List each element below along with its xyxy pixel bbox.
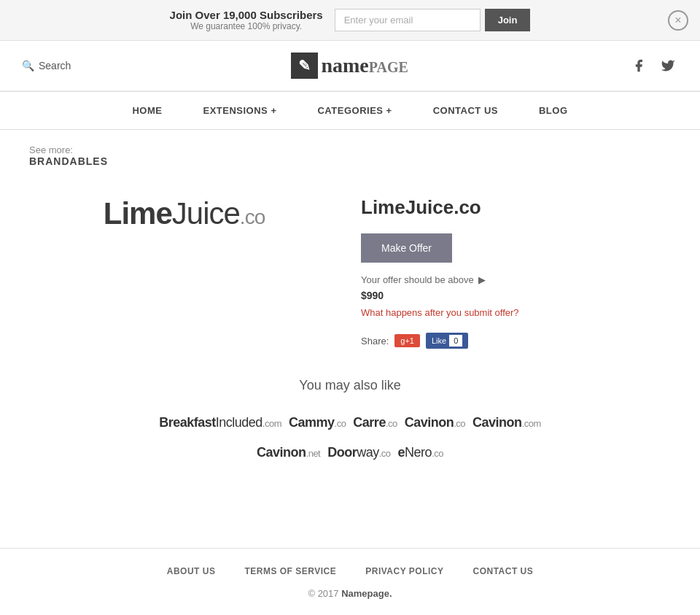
category-link[interactable]: BRANDABLES xyxy=(29,155,671,167)
twitter-icon[interactable] xyxy=(658,55,678,76)
nav-link-home[interactable]: HOME xyxy=(112,92,182,129)
also-like-heading: You may also like xyxy=(29,378,671,393)
footer-brand-link[interactable]: Namepage. xyxy=(341,588,392,599)
nav-item-categories[interactable]: CATEGORIES + xyxy=(297,92,412,129)
banner-subtext: We guarantee 100% privacy. xyxy=(170,21,323,31)
fb-like-label: Like xyxy=(432,336,446,345)
footer-link-terms[interactable]: TERMS OF SERVICE xyxy=(244,566,336,576)
nav-link-extensions[interactable]: EXTENSIONS + xyxy=(182,92,297,129)
footer-link-contact[interactable]: CONTACT US xyxy=(472,566,533,576)
domain-name-lime: Lime xyxy=(104,196,172,231)
logo-container: ✎ namePAGE xyxy=(291,53,408,79)
footer: ABOUT US TERMS OF SERVICE PRIVACY POLICY… xyxy=(0,548,700,615)
domain-item-name: Cavinon.com xyxy=(472,415,541,430)
main-nav: HOME EXTENSIONS + CATEGORIES + CONTACT U… xyxy=(0,91,700,130)
join-button[interactable]: Join xyxy=(485,9,531,31)
list-item[interactable]: eNero.co xyxy=(398,445,443,460)
nav-item-contact[interactable]: CONTACT US xyxy=(413,92,518,129)
logo-icon: ✎ xyxy=(291,53,318,79)
gplus-button[interactable]: g+1 xyxy=(394,334,420,347)
domain-grid-row2: Cavinon.net Doorway.co eNero.co xyxy=(29,445,671,460)
arrow-icon: ▶ xyxy=(478,274,486,285)
domain-preview: LimeJuice.co xyxy=(29,196,339,231)
list-item[interactable]: Cavinon.co xyxy=(405,415,465,430)
banner-text: Join Over 19,000 Subscribers We guarante… xyxy=(170,9,323,31)
list-item[interactable]: Cammy.co xyxy=(289,415,346,430)
domain-item-name: Cammy.co xyxy=(289,415,346,430)
facebook-icon[interactable] xyxy=(629,55,649,76)
domain-detail: LimeJuice.co Make Offer Your offer shoul… xyxy=(339,196,671,349)
domain-grid-row1: BreakfastIncluded.com Cammy.co Carre.co … xyxy=(29,415,671,430)
nav-link-categories[interactable]: CATEGORIES + xyxy=(297,92,412,129)
nav-link-blog[interactable]: BLOG xyxy=(518,92,588,129)
offer-price: $990 xyxy=(361,290,671,301)
nav-list: HOME EXTENSIONS + CATEGORIES + CONTACT U… xyxy=(0,92,700,129)
nav-link-contact[interactable]: CONTACT US xyxy=(413,92,518,129)
content-area: LimeJuice.co LimeJuice.co Make Offer You… xyxy=(29,196,671,349)
top-banner: Join Over 19,000 Subscribers We guarante… xyxy=(0,0,700,41)
also-like-section: You may also like BreakfastIncluded.com … xyxy=(29,349,671,490)
facebook-like-button[interactable]: Like 0 xyxy=(426,333,468,349)
search-trigger[interactable]: 🔍 Search xyxy=(22,60,71,71)
make-offer-button[interactable]: Make Offer xyxy=(361,233,452,263)
offer-link[interactable]: What happens after you submit offer? xyxy=(361,307,671,318)
email-form: Join xyxy=(335,9,531,31)
list-item[interactable]: Carre.co xyxy=(353,415,397,430)
domain-item-name: BreakfastIncluded.com xyxy=(159,415,281,430)
nav-item-extensions[interactable]: EXTENSIONS + xyxy=(182,92,297,129)
banner-headline: Join Over 19,000 Subscribers xyxy=(170,9,323,21)
search-icon: 🔍 xyxy=(22,60,34,71)
social-links xyxy=(629,55,678,76)
footer-link-about[interactable]: ABOUT US xyxy=(167,566,216,576)
like-count: 0 xyxy=(449,335,462,347)
domain-name-juice: Juice xyxy=(172,196,240,231)
see-more-label: See more: xyxy=(29,144,73,155)
main-content: LimeJuice.co LimeJuice.co Make Offer You… xyxy=(0,182,700,519)
domain-item-name: Carre.co xyxy=(353,415,397,430)
domain-item-name: Cavinon.co xyxy=(405,415,465,430)
domain-name-tld: .co xyxy=(240,206,265,228)
domain-item-name: Cavinon.net xyxy=(257,445,320,460)
close-banner-button[interactable]: × xyxy=(668,10,688,31)
offer-info-text: Your offer should be above xyxy=(361,274,474,285)
logo-link[interactable]: ✎ namePAGE xyxy=(291,53,408,79)
list-item[interactable]: Doorway.co xyxy=(327,445,390,460)
header: 🔍 Search ✎ namePAGE xyxy=(0,41,700,91)
list-item[interactable]: Cavinon.com xyxy=(472,415,541,430)
footer-link-privacy[interactable]: PRIVACY POLICY xyxy=(365,566,443,576)
share-row: Share: g+1 Like 0 xyxy=(361,333,671,349)
nav-item-home[interactable]: HOME xyxy=(112,92,182,129)
list-item[interactable]: Cavinon.net xyxy=(257,445,320,460)
logo-text: namePAGE xyxy=(318,54,408,77)
share-label: Share: xyxy=(361,336,389,347)
offer-info: Your offer should be above ▶ xyxy=(361,274,671,285)
domain-title: LimeJuice.co xyxy=(361,196,671,219)
email-input[interactable] xyxy=(335,9,481,31)
nav-item-blog[interactable]: BLOG xyxy=(518,92,588,129)
footer-copyright: © 2017 Namepage. xyxy=(15,588,685,599)
footer-links: ABOUT US TERMS OF SERVICE PRIVACY POLICY… xyxy=(15,566,685,576)
breadcrumb: See more: BRANDABLES xyxy=(0,130,700,182)
domain-item-name: Doorway.co xyxy=(327,445,390,460)
domain-logo-image: LimeJuice.co xyxy=(104,196,265,231)
search-label: Search xyxy=(39,60,71,71)
domain-item-name: eNero.co xyxy=(398,445,443,460)
list-item[interactable]: BreakfastIncluded.com xyxy=(159,415,281,430)
